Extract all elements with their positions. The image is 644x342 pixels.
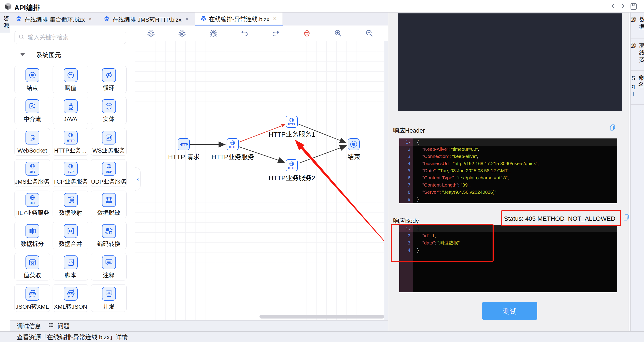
palette-item-11[interactable]: UDP UDP业务服务	[91, 159, 126, 187]
zoom-in-icon[interactable]	[334, 29, 342, 38]
palette-item-21[interactable]: Json-XML JSON转XML	[14, 284, 50, 312]
app-title: API编排	[14, 2, 40, 12]
ws-service-icon: W	[102, 131, 116, 144]
palette-item-6[interactable]: WebSocket	[14, 128, 50, 156]
right-rail-item-1[interactable]: 离线资源	[630, 38, 644, 71]
response-body-code[interactable]: 1▾{2 "id": 1,3 "data": "测试数据"4}	[399, 225, 618, 292]
encode-convert-icon	[102, 224, 116, 238]
undo-icon[interactable]	[240, 29, 249, 38]
code-line: 1▾{	[399, 138, 618, 146]
flow-node-label: HTTP业务服务2	[269, 173, 315, 182]
tab-0[interactable]: 在线编排-集合循环.bizx ×	[10, 12, 98, 26]
code-line: 7 "Content-Length": "39",	[399, 182, 618, 188]
tab-label: 在线编排-异常连线.bizx	[209, 14, 270, 23]
bottom-bar: 调试信息 问题	[10, 320, 388, 331]
flow-node-end[interactable]	[348, 138, 360, 150]
debug-play-icon[interactable]	[178, 29, 186, 38]
save-icon[interactable]	[630, 3, 638, 10]
palette-item-label: 脚本	[53, 271, 88, 279]
app-logo-icon	[4, 2, 12, 11]
right-rail-item-2[interactable]: 命名Sql	[630, 71, 644, 105]
palette-item-label: 注释	[91, 271, 126, 279]
nav-forward-icon[interactable]	[619, 3, 627, 10]
zoom-out-icon[interactable]	[365, 29, 374, 38]
loop-icon	[102, 68, 116, 82]
flow-node-http-service-2[interactable]: HTTP	[286, 159, 298, 171]
palette-item-label: 数据合并	[53, 239, 88, 248]
palette-item-13[interactable]: 数据映射	[52, 190, 88, 218]
palette-item-19[interactable]: </> 脚本	[52, 253, 88, 280]
palette-item-15[interactable]: 数据拆分	[14, 222, 50, 249]
nav-back-icon[interactable]	[609, 3, 617, 10]
request-body-editor[interactable]	[398, 14, 622, 111]
palette-item-label: 编码转换	[91, 239, 126, 248]
copy-response-header-icon[interactable]	[609, 124, 616, 131]
http-globe-icon: HTTP	[226, 138, 239, 150]
right-rail-item-0[interactable]: 数据源	[630, 12, 644, 38]
assign-icon	[64, 68, 78, 82]
left-rail-item-resources[interactable]: 资源	[0, 12, 10, 33]
svg-text:TCP: TCP	[68, 170, 74, 173]
flow-node-label: HTTP业务服务	[212, 152, 254, 161]
palette-item-14[interactable]: ✱✱✱✱ 数据脱敏	[91, 190, 126, 218]
debug-lightning-icon[interactable]	[147, 29, 155, 38]
compare-swap-icon[interactable]	[303, 29, 311, 38]
debug-info-button[interactable]: 调试信息	[17, 322, 41, 330]
palette-item-20[interactable]: 注释	[91, 253, 126, 280]
code-line: 4 "businessUrl": "http://192.168.17.215:…	[399, 160, 618, 167]
svg-text:W: W	[106, 136, 110, 140]
palette-item-2[interactable]: 循环	[91, 66, 126, 93]
udp-service-icon: UDP	[102, 162, 116, 176]
websocket-icon	[26, 131, 39, 144]
tab-2[interactable]: 在线编排-异常连线.bizx ×	[195, 12, 283, 26]
tab-close-icon[interactable]: ×	[272, 15, 277, 22]
palette-item-5[interactable]: 实体	[91, 97, 126, 124]
code-line: 9}	[399, 196, 618, 203]
palette-item-label: XML转JSON	[53, 302, 88, 310]
problems-button[interactable]: 问题	[48, 322, 70, 330]
svg-text:UDP: UDP	[106, 170, 112, 173]
response-header-code[interactable]: 1▾{2 "Keep-Alive": "timeout=60",3 "Conne…	[399, 138, 618, 203]
palette-item-9[interactable]: JMS JMS业务服务	[14, 159, 50, 187]
palette-grid: 结束 赋值 循环 中介流 JAVA 实体 WebSocketHTTP HTTP业…	[10, 26, 135, 320]
palette-collapse-handle[interactable]: ‹	[135, 167, 141, 190]
palette-item-22[interactable]: XML-Json XML转JSON	[52, 284, 88, 312]
tab-close-icon[interactable]: ×	[88, 16, 92, 22]
palette-item-8[interactable]: W WS业务服务	[91, 128, 126, 156]
test-button[interactable]: 测试	[482, 302, 537, 320]
response-header-title: 响应Header	[393, 126, 425, 134]
response-status: Status: 405 METHOD_NOT_ALLOWED	[504, 215, 615, 222]
palette-item-12[interactable]: HL7 HL7业务服务	[14, 190, 50, 218]
http-request-icon: HTTP	[178, 138, 190, 150]
palette-item-16[interactable]: 数据合并	[52, 222, 88, 249]
svg-text:✱✱: ✱✱	[106, 200, 112, 204]
palette-item-18[interactable]: (x) 值获取	[14, 253, 50, 280]
palette-item-4[interactable]: JAVA	[52, 97, 88, 124]
canvas-right-strip	[384, 41, 388, 320]
redo-icon[interactable]	[272, 29, 280, 38]
palette-item-10[interactable]: TCP TCP业务服务	[52, 159, 88, 187]
svg-text:JMS: JMS	[30, 170, 36, 173]
flow-node-http-request[interactable]: HTTP	[178, 138, 190, 150]
palette-item-23[interactable]: </> 并发	[91, 284, 126, 312]
flow-canvas[interactable]	[135, 41, 384, 320]
svg-text:HTTP: HTTP	[67, 139, 74, 142]
svg-text:HL7: HL7	[30, 201, 35, 205]
layers-icon	[104, 16, 110, 22]
tab-close-icon[interactable]: ×	[184, 16, 188, 22]
palette-item-3[interactable]: 中介流	[14, 97, 50, 124]
flow-node-http-service-1[interactable]: HTTP	[286, 116, 298, 128]
svg-text:</>: </>	[107, 292, 111, 294]
palette-item-17[interactable]: 编码转换	[91, 222, 126, 249]
flow-node-http-service[interactable]: HTTP	[226, 138, 239, 150]
palette-item-1[interactable]: 赋值	[52, 66, 88, 93]
canvas-horizontal-scrollbar[interactable]	[260, 315, 384, 318]
code-line: 5 "Date": "Tue, 03 Jun 2025 08:58:12 GMT…	[399, 167, 618, 174]
copy-response-body-icon[interactable]	[623, 214, 630, 221]
flow-node-label: HTTP业务服务1	[269, 129, 315, 138]
tab-1[interactable]: 在线编排-JMS转HTTP.bizx ×	[98, 12, 194, 26]
debug-step-icon[interactable]	[209, 29, 218, 38]
palette-item-7[interactable]: HTTP HTTP业务…	[52, 128, 88, 156]
palette-item-0[interactable]: 结束	[14, 66, 50, 93]
entity-icon	[102, 99, 116, 113]
